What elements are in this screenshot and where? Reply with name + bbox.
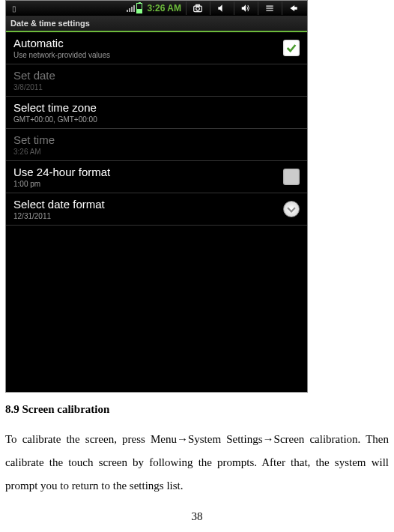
- row-title: Set date: [13, 69, 55, 82]
- sim-icon: ▯: [9, 3, 19, 13]
- svg-marker-3: [218, 4, 222, 11]
- svg-rect-2: [196, 4, 199, 6]
- row-sub: 3/8/2011: [13, 83, 55, 91]
- volume-down-button[interactable]: [210, 1, 232, 15]
- setting-24hour[interactable]: Use 24-hour format 1:00 pm: [6, 161, 307, 193]
- setting-automatic[interactable]: Automatic Use network-provided values: [6, 32, 307, 64]
- row-title: Set time: [13, 133, 55, 146]
- status-bar: ▯ 3:26 AM: [6, 1, 307, 16]
- row-sub: 1:00 pm: [13, 180, 110, 188]
- svg-marker-4: [241, 4, 245, 11]
- screen-title: Date & time settings: [6, 16, 307, 32]
- row-sub: Use network-provided values: [13, 51, 110, 59]
- title-label: Date & time settings: [10, 19, 90, 28]
- row-title: Select time zone: [13, 101, 97, 114]
- dropdown-icon[interactable]: [283, 201, 300, 217]
- volume-up-button[interactable]: [234, 1, 256, 15]
- signal-icon: [127, 4, 135, 12]
- camera-button[interactable]: [186, 1, 208, 15]
- back-button[interactable]: [282, 1, 304, 15]
- status-time: 3:26 AM: [147, 3, 181, 13]
- battery-icon: [136, 3, 142, 13]
- row-sub: GMT+00:00, GMT+00:00: [13, 115, 97, 124]
- checkbox-unchecked-icon[interactable]: [283, 169, 300, 185]
- document-text: 8.9 Screen calibration To calibrate the …: [5, 403, 389, 497]
- android-screenshot: ▯ 3:26 AM Date & time settings: [5, 0, 308, 393]
- section-body: To calibrate the screen, press Menu→Syst…: [5, 428, 389, 497]
- setting-time-zone[interactable]: Select time zone GMT+00:00, GMT+00:00: [6, 97, 307, 129]
- row-title: Automatic: [13, 37, 110, 49]
- setting-set-time[interactable]: Set time 3:26 AM: [6, 129, 307, 161]
- settings-list: Automatic Use network-provided values Se…: [6, 32, 307, 226]
- row-title: Select date format: [13, 198, 105, 211]
- setting-set-date[interactable]: Set date 3/8/2011: [6, 64, 307, 97]
- section-heading: 8.9 Screen calibration: [5, 403, 389, 416]
- setting-date-format[interactable]: Select date format 12/31/2011: [6, 193, 307, 226]
- row-title: Use 24-hour format: [13, 166, 110, 178]
- menu-button[interactable]: [258, 1, 280, 15]
- row-sub: 12/31/2011: [13, 212, 105, 220]
- svg-marker-8: [290, 5, 297, 11]
- svg-point-1: [196, 7, 199, 10]
- page-number: 38: [0, 510, 394, 523]
- row-sub: 3:26 AM: [13, 148, 55, 156]
- checkbox-checked-icon[interactable]: [283, 40, 300, 56]
